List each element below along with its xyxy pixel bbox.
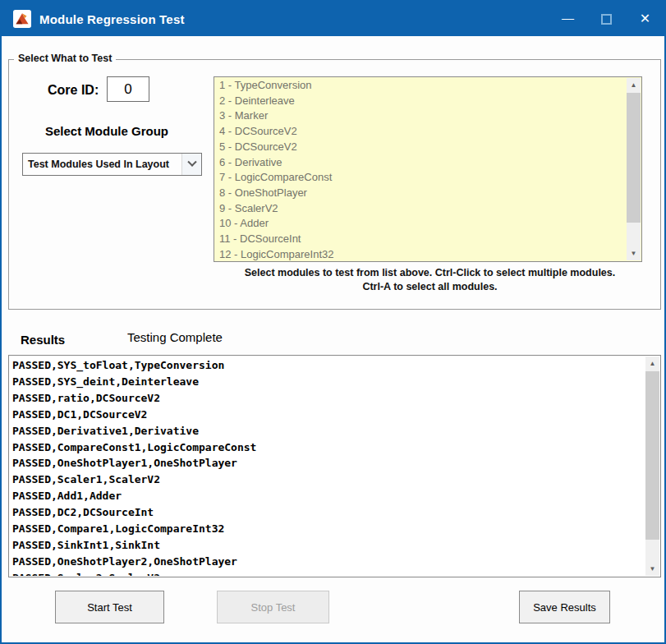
results-label: Results (21, 333, 65, 347)
result-row[interactable]: PASSED,CompareConst1,LogicCompareConst (11, 439, 645, 456)
close-button[interactable]: ✕ (626, 2, 664, 36)
result-row[interactable]: PASSED,Scaler1,ScalerV2 (11, 472, 645, 488)
module-list-item[interactable]: 9 - ScalerV2 (215, 201, 627, 217)
result-row[interactable]: PASSED,ratio,DCSourceV2 (11, 390, 645, 407)
module-list-item[interactable]: 8 - OneShotPlayer (215, 186, 627, 201)
scroll-down-icon[interactable]: ▼ (627, 246, 641, 260)
results-scrollbar[interactable]: ▲ ▼ (645, 356, 659, 576)
minimize-button[interactable]: — (549, 2, 587, 36)
results-list: PASSED,SYS_toFloat,TypeConversionPASSED,… (11, 357, 645, 576)
module-list-item[interactable]: 11 - DCSourceInt (215, 232, 627, 247)
dropdown-arrow-button[interactable] (181, 154, 201, 175)
scrollbar-thumb[interactable] (645, 371, 659, 540)
result-row[interactable]: PASSED,Add1,Adder (11, 488, 645, 504)
result-row[interactable]: PASSED,SinkInt1,SinkInt (11, 537, 645, 554)
module-group-selected-value: Test Modules Used In Layout (23, 159, 181, 170)
results-listbox[interactable]: PASSED,SYS_toFloat,TypeConversionPASSED,… (8, 355, 661, 577)
result-row[interactable]: PASSED,SYS_toFloat,TypeConversion (11, 357, 645, 374)
close-icon: ✕ (640, 12, 650, 25)
result-row[interactable]: PASSED,OneShotPlayer1,OneShotPlayer (11, 455, 645, 472)
save-results-button[interactable]: Save Results (519, 591, 610, 623)
result-row[interactable]: PASSED,OneShotPlayer2,OneShotPlayer (11, 554, 645, 570)
scroll-up-icon[interactable]: ▲ (627, 78, 641, 92)
matlab-icon (13, 10, 31, 28)
title-bar: Module Regression Test — ✕ (2, 2, 664, 36)
core-id-label: Core ID: (48, 83, 99, 98)
maximize-button[interactable] (587, 2, 626, 36)
module-list-item[interactable]: 3 - Marker (215, 108, 627, 124)
scroll-down-icon[interactable]: ▼ (645, 562, 659, 576)
result-row[interactable]: PASSED,Derivative1,Derivative (11, 423, 645, 439)
module-list-item[interactable]: 6 - Derivative (215, 155, 627, 171)
module-list: 1 - TypeConversion2 - Deinterleave3 - Ma… (215, 78, 627, 260)
minimize-icon: — (562, 12, 574, 24)
module-list-item[interactable]: 5 - DCSourceV2 (215, 140, 627, 155)
help-text-line1: Select modules to test from list above. … (206, 267, 654, 278)
module-list-item[interactable]: 7 - LogicCompareConst (215, 170, 627, 186)
scrollbar-thumb[interactable] (627, 93, 641, 223)
module-list-item[interactable]: 1 - TypeConversion (215, 78, 627, 94)
module-regression-test-window: Module Regression Test — ✕ Select What t… (0, 0, 666, 644)
window-controls: — ✕ (549, 2, 664, 36)
result-row[interactable]: PASSED,DC1,DCSourceV2 (11, 407, 645, 423)
module-list-item[interactable]: 12 - LogicCompareInt32 (215, 247, 627, 260)
result-row[interactable]: PASSED,SYS_deint,Deinterleave (11, 374, 645, 390)
module-group-label: Select Module Group (45, 124, 168, 138)
module-list-item[interactable]: 4 - DCSourceV2 (215, 124, 627, 140)
start-test-button[interactable]: Start Test (55, 591, 164, 623)
window-title: Module Regression Test (39, 12, 185, 26)
scroll-up-icon[interactable]: ▲ (645, 356, 659, 370)
module-list-scrollbar[interactable]: ▲ ▼ (627, 78, 641, 260)
result-row[interactable]: PASSED,DC2,DCSourceInt (11, 504, 645, 521)
select-what-to-test-panel: Select What to Test Core ID: Select Modu… (8, 59, 661, 310)
stop-test-button[interactable]: Stop Test (217, 591, 329, 623)
chevron-down-icon (187, 158, 196, 167)
module-list-item[interactable]: 2 - Deinterleave (215, 94, 627, 109)
results-status-text: Testing Complete (127, 330, 223, 344)
module-group-dropdown[interactable]: Test Modules Used In Layout (22, 153, 202, 176)
core-id-input[interactable] (107, 76, 149, 102)
result-row[interactable]: PASSED,Compare1,LogicCompareInt32 (11, 521, 645, 537)
result-row[interactable]: PASSED,Scaler2,ScalerV2 (11, 570, 645, 576)
help-text-line2: Ctrl-A to select all modules. (206, 281, 654, 292)
panel-legend: Select What to Test (14, 53, 116, 64)
maximize-icon (601, 14, 612, 25)
module-listbox[interactable]: 1 - TypeConversion2 - Deinterleave3 - Ma… (214, 76, 642, 262)
module-list-item[interactable]: 10 - Adder (215, 216, 627, 232)
